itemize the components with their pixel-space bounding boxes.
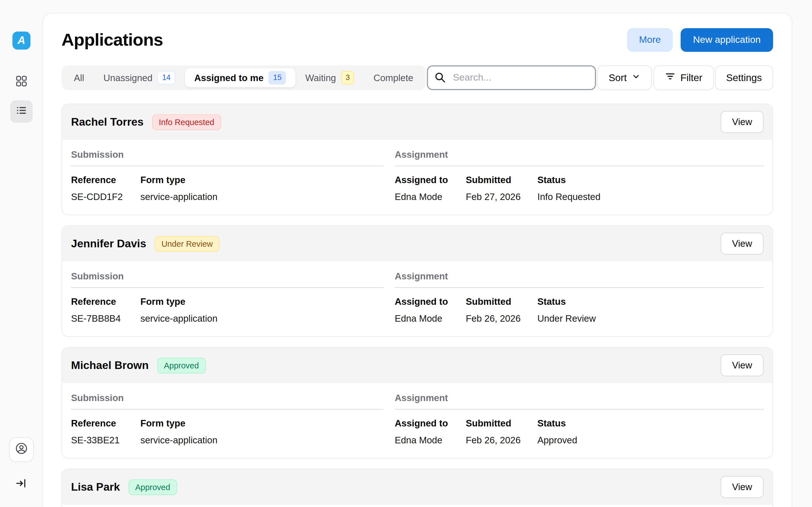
chevron-down-icon — [632, 72, 641, 83]
toolbar: All Unassigned 14 Assigned to me 15 Wait… — [61, 65, 773, 90]
sidebar-item-applications[interactable] — [10, 100, 33, 123]
page-header: Applications More New application — [61, 28, 773, 52]
submission-section: Submission Reference Form type SE-7BB8B4… — [71, 271, 384, 324]
view-button[interactable]: View — [721, 476, 763, 498]
assignment-section: Assignment Assigned to Submitted Status … — [395, 271, 763, 324]
column-header-form-type: Form type — [140, 175, 384, 185]
status-badge: Info Requested — [152, 114, 221, 130]
card-header: Jennifer Davis Under Review View — [62, 226, 772, 262]
applicant-name: Jennifer Davis — [71, 237, 146, 250]
main-content: Applications More New application All Un… — [42, 13, 792, 507]
submission-values: SE-7BB8B4 service-application — [71, 313, 384, 324]
column-header-reference: Reference — [71, 175, 140, 185]
view-button[interactable]: View — [721, 111, 763, 133]
tab-unassigned[interactable]: Unassigned 14 — [94, 68, 185, 87]
tab-waiting[interactable]: Waiting 3 — [296, 68, 364, 87]
submission-headers: Reference Form type — [71, 296, 384, 307]
status-badge: Under Review — [155, 236, 220, 251]
assignment-values: Edna Mode Feb 27, 2026 Info Requested — [395, 191, 763, 202]
search-input[interactable] — [427, 65, 596, 90]
submission-values: SE-CDD1F2 service-application — [71, 191, 384, 202]
new-application-button[interactable]: New application — [680, 28, 773, 52]
tab-label: All — [74, 72, 84, 83]
column-header-assigned-to: Assigned to — [395, 418, 466, 429]
card-header: Michael Brown Approved View — [62, 348, 772, 383]
column-header-status: Status — [538, 296, 763, 307]
logout-icon — [15, 477, 28, 492]
cell-reference: SE-33BE21 — [71, 435, 140, 446]
submission-values: SE-33BE21 service-application — [71, 435, 384, 446]
app-logo[interactable]: A — [12, 32, 31, 50]
list-icon — [16, 105, 27, 118]
cell-reference: SE-7BB8B4 — [71, 313, 140, 324]
assignment-values: Edna Mode Feb 26, 2026 Under Review — [395, 313, 763, 324]
card-header: Lisa Park Approved View — [62, 469, 772, 505]
filter-tabs: All Unassigned 14 Assigned to me 15 Wait… — [61, 65, 426, 90]
logout-button[interactable] — [10, 473, 33, 496]
sort-label: Sort — [609, 72, 627, 83]
applicant-name: Michael Brown — [71, 359, 149, 372]
filter-icon — [665, 71, 675, 84]
cell-assigned-to: Edna Mode — [395, 191, 466, 202]
sidebar: A — [0, 0, 43, 507]
card-body: Submission Reference Form type SE-7BB8B4… — [62, 262, 772, 336]
column-header-form-type: Form type — [140, 296, 384, 307]
header-actions: More New application — [627, 28, 773, 52]
view-button[interactable]: View — [721, 354, 763, 376]
more-button[interactable]: More — [627, 28, 673, 52]
cell-status: Info Requested — [538, 191, 763, 202]
applicant-name: Lisa Park — [71, 481, 120, 494]
assignment-values: Edna Mode Feb 26, 2026 Approved — [395, 435, 763, 446]
assignment-section: Assignment Assigned to Submitted Status … — [395, 149, 763, 202]
tab-complete[interactable]: Complete — [364, 68, 423, 87]
grid-icon — [15, 75, 28, 90]
cell-form-type: service-application — [140, 435, 384, 446]
cell-status: Under Review — [538, 313, 763, 324]
application-card: Michael Brown Approved View Submission R… — [61, 347, 773, 459]
filter-button[interactable]: Filter — [653, 65, 714, 90]
column-header-submitted: Submitted — [466, 296, 538, 307]
application-card: Rachel Torres Info Requested View Submis… — [61, 104, 773, 215]
tab-all[interactable]: All — [64, 68, 94, 87]
application-card: Lisa Park Approved View Submission Refer… — [61, 469, 773, 507]
applications-list: Rachel Torres Info Requested View Submis… — [61, 104, 773, 507]
sidebar-item-dashboard[interactable] — [10, 71, 33, 94]
submission-section: Submission Reference Form type SE-33BE21… — [71, 393, 384, 446]
card-header: Rachel Torres Info Requested View — [62, 104, 772, 140]
view-button[interactable]: View — [721, 233, 763, 255]
sort-button[interactable]: Sort — [598, 65, 652, 90]
section-title-assignment: Assignment — [395, 393, 763, 409]
column-header-submitted: Submitted — [466, 418, 538, 429]
card-body: Submission Reference Form type SE-CDD1F2… — [62, 140, 772, 215]
cell-status: Approved — [538, 435, 763, 446]
section-title-submission: Submission — [71, 271, 384, 288]
card-body: Submission Reference Form type SE-33BE21… — [62, 383, 772, 458]
tab-badge-assigned: 15 — [269, 71, 286, 84]
user-circle-icon — [15, 442, 28, 457]
column-header-reference: Reference — [71, 418, 140, 429]
settings-label: Settings — [726, 72, 762, 83]
settings-button[interactable]: Settings — [715, 65, 773, 90]
cell-form-type: service-application — [140, 313, 384, 324]
column-header-assigned-to: Assigned to — [395, 296, 466, 307]
page-title: Applications — [61, 30, 163, 50]
column-header-status: Status — [538, 418, 763, 429]
applicant-name: Rachel Torres — [71, 115, 144, 128]
tab-label: Assigned to me — [194, 72, 264, 83]
avatar-button[interactable] — [9, 437, 34, 462]
assignment-headers: Assigned to Submitted Status — [395, 418, 763, 429]
tab-label: Complete — [373, 72, 413, 83]
assignment-headers: Assigned to Submitted Status — [395, 175, 763, 185]
tab-assigned-to-me[interactable]: Assigned to me 15 — [185, 68, 296, 87]
cell-submitted: Feb 26, 2026 — [466, 435, 538, 446]
cell-submitted: Feb 26, 2026 — [466, 313, 538, 324]
logo-letter: A — [17, 34, 25, 47]
tab-badge-waiting: 3 — [341, 71, 354, 84]
app-viewport: A — [0, 0, 812, 507]
tab-badge-unassigned: 14 — [158, 71, 175, 84]
submission-section: Submission Reference Form type SE-CDD1F2… — [71, 149, 384, 202]
section-title-submission: Submission — [71, 149, 384, 166]
column-header-status: Status — [538, 175, 763, 185]
column-header-reference: Reference — [71, 296, 140, 307]
cell-assigned-to: Edna Mode — [395, 435, 466, 446]
